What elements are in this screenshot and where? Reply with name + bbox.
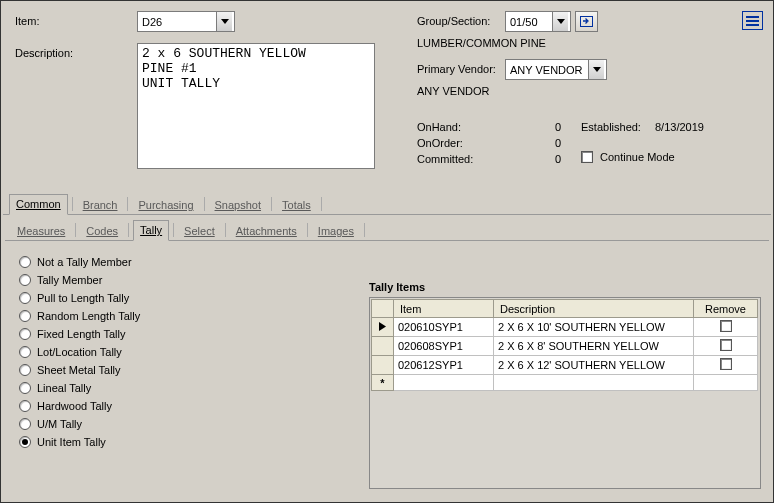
tally-type-lot-location-tally[interactable]: Lot/Location Tally bbox=[19, 343, 140, 361]
tally-type-hardwood-tally[interactable]: Hardwood Tally bbox=[19, 397, 140, 415]
radio-icon bbox=[19, 310, 31, 322]
established-label: Established: bbox=[581, 121, 641, 133]
table-row[interactable]: 020608SYP12 X 6 X 8' SOUTHERN YELLOW bbox=[372, 337, 758, 356]
tally-type-not-a-tally-member[interactable]: Not a Tally Member bbox=[19, 253, 140, 271]
cell-remove[interactable] bbox=[694, 318, 758, 337]
continue-mode-label: Continue Mode bbox=[600, 151, 675, 163]
tally-type-label: Tally Member bbox=[37, 274, 102, 286]
tally-type-lineal-tally[interactable]: Lineal Tally bbox=[19, 379, 140, 397]
primary-vendor-input[interactable] bbox=[506, 60, 588, 79]
tally-type-label: Not a Tally Member bbox=[37, 256, 132, 268]
remove-checkbox[interactable] bbox=[720, 358, 732, 370]
tab-attachments[interactable]: Attachments bbox=[230, 222, 303, 241]
radio-icon bbox=[19, 346, 31, 358]
tabstrip-sub: MeasuresCodesTallySelectAttachmentsImage… bbox=[5, 219, 769, 241]
tally-type-label: Hardwood Tally bbox=[37, 400, 112, 412]
tab-measures[interactable]: Measures bbox=[11, 222, 71, 241]
remove-checkbox[interactable] bbox=[720, 320, 732, 332]
arrow-box-icon bbox=[580, 16, 593, 27]
tab-purchasing[interactable]: Purchasing bbox=[132, 196, 199, 215]
tab-images[interactable]: Images bbox=[312, 222, 360, 241]
tab-snapshot[interactable]: Snapshot bbox=[209, 196, 267, 215]
new-row-icon[interactable]: * bbox=[372, 375, 394, 391]
tab-separator bbox=[321, 197, 322, 211]
col-remove[interactable]: Remove bbox=[694, 300, 758, 318]
chevron-down-icon[interactable] bbox=[588, 60, 604, 79]
tab-separator bbox=[75, 223, 76, 237]
group-section-label: Group/Section: bbox=[417, 15, 490, 27]
tab-separator bbox=[271, 197, 272, 211]
group-section-input[interactable] bbox=[506, 12, 552, 31]
col-item[interactable]: Item bbox=[394, 300, 494, 318]
menu-icon[interactable] bbox=[742, 11, 763, 30]
cell-empty[interactable] bbox=[494, 375, 694, 391]
table-row[interactable]: 020612SYP12 X 6 X 12' SOUTHERN YELLOW bbox=[372, 356, 758, 375]
tally-type-label: Random Length Tally bbox=[37, 310, 140, 322]
tally-type-tally-member[interactable]: Tally Member bbox=[19, 271, 140, 289]
onhand-value: 0 bbox=[521, 121, 561, 133]
tally-type-label: Fixed Length Tally bbox=[37, 328, 125, 340]
radio-icon bbox=[19, 274, 31, 286]
tally-type-random-length-tally[interactable]: Random Length Tally bbox=[19, 307, 140, 325]
radio-icon bbox=[19, 292, 31, 304]
cell-item[interactable]: 020612SYP1 bbox=[394, 356, 494, 375]
remove-checkbox[interactable] bbox=[720, 339, 732, 351]
tab-separator bbox=[173, 223, 174, 237]
tab-totals[interactable]: Totals bbox=[276, 196, 317, 215]
description-textarea[interactable]: 2 x 6 SOUTHERN YELLOW PINE #1 UNIT TALLY bbox=[137, 43, 375, 169]
cell-description[interactable]: 2 X 6 X 8' SOUTHERN YELLOW bbox=[494, 337, 694, 356]
tally-type-u-m-tally[interactable]: U/M Tally bbox=[19, 415, 140, 433]
onorder-value: 0 bbox=[521, 137, 561, 149]
radio-icon bbox=[19, 436, 31, 448]
committed-label: Committed: bbox=[417, 153, 487, 165]
tab-separator bbox=[364, 223, 365, 237]
item-input[interactable] bbox=[138, 12, 216, 31]
tab-codes[interactable]: Codes bbox=[80, 222, 124, 241]
cell-description[interactable]: 2 X 6 X 10' SOUTHERN YELLOW bbox=[494, 318, 694, 337]
chevron-down-icon[interactable] bbox=[216, 12, 232, 31]
row-header[interactable] bbox=[372, 337, 394, 356]
grid-corner bbox=[372, 300, 394, 318]
cell-empty[interactable] bbox=[694, 375, 758, 391]
radio-icon bbox=[19, 364, 31, 376]
col-description[interactable]: Description bbox=[494, 300, 694, 318]
item-combo[interactable] bbox=[137, 11, 235, 32]
tab-common[interactable]: Common bbox=[9, 194, 68, 215]
tab-separator bbox=[72, 197, 73, 211]
continue-mode-checkbox[interactable] bbox=[581, 151, 593, 163]
tally-type-label: U/M Tally bbox=[37, 418, 82, 430]
cell-description[interactable]: 2 X 6 X 12' SOUTHERN YELLOW bbox=[494, 356, 694, 375]
cell-item[interactable]: 020608SYP1 bbox=[394, 337, 494, 356]
cell-empty[interactable] bbox=[394, 375, 494, 391]
tally-type-sheet-metal-tally[interactable]: Sheet Metal Tally bbox=[19, 361, 140, 379]
table-row[interactable]: 020610SYP12 X 6 X 10' SOUTHERN YELLOW bbox=[372, 318, 758, 337]
item-label: Item: bbox=[15, 15, 39, 27]
group-lookup-button[interactable] bbox=[575, 11, 598, 32]
tally-type-unit-item-tally[interactable]: Unit Item Tally bbox=[19, 433, 140, 451]
tally-type-label: Unit Item Tally bbox=[37, 436, 106, 448]
row-header[interactable] bbox=[372, 318, 394, 337]
tally-items-grid[interactable]: ItemDescriptionRemove020610SYP12 X 6 X 1… bbox=[371, 299, 758, 391]
group-section-combo[interactable] bbox=[505, 11, 571, 32]
primary-vendor-combo[interactable] bbox=[505, 59, 607, 80]
radio-icon bbox=[19, 382, 31, 394]
tab-separator bbox=[307, 223, 308, 237]
established-value: 8/13/2019 bbox=[655, 121, 704, 133]
table-row-new[interactable]: * bbox=[372, 375, 758, 391]
cell-remove[interactable] bbox=[694, 337, 758, 356]
row-header[interactable] bbox=[372, 356, 394, 375]
onorder-label: OnOrder: bbox=[417, 137, 487, 149]
chevron-down-icon[interactable] bbox=[552, 12, 568, 31]
cell-remove[interactable] bbox=[694, 356, 758, 375]
radio-icon bbox=[19, 400, 31, 412]
tally-type-fixed-length-tally[interactable]: Fixed Length Tally bbox=[19, 325, 140, 343]
tabstrip-main: CommonBranchPurchasingSnapshotTotals bbox=[3, 193, 771, 215]
tab-separator bbox=[128, 223, 129, 237]
tab-branch[interactable]: Branch bbox=[77, 196, 124, 215]
current-row-icon bbox=[378, 322, 387, 331]
radio-icon bbox=[19, 328, 31, 340]
tab-tally[interactable]: Tally bbox=[133, 220, 169, 241]
cell-item[interactable]: 020610SYP1 bbox=[394, 318, 494, 337]
tab-select[interactable]: Select bbox=[178, 222, 221, 241]
tally-type-pull-to-length-tally[interactable]: Pull to Length Tally bbox=[19, 289, 140, 307]
